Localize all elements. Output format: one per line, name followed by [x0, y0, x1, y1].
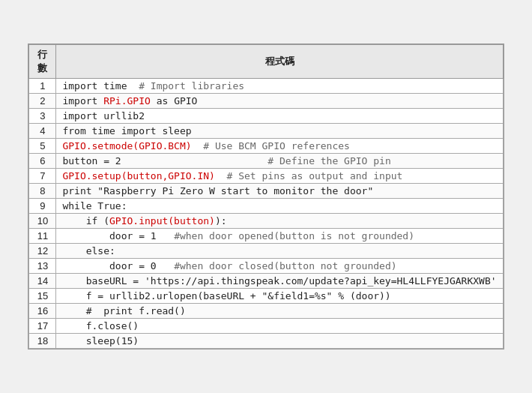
code-table-container: 行數 程式碼 1import time # Import libraries2i…: [28, 44, 504, 350]
code-segment: RPi.GPIO: [103, 95, 151, 106]
code-line: import urllib2: [56, 109, 503, 124]
line-number: 7: [29, 169, 56, 184]
table-row: 2import RPi.GPIO as GPIO: [29, 94, 503, 109]
code-segment: f.close(): [62, 320, 139, 332]
code-segment: # Define the GPIO pin: [267, 155, 390, 166]
line-number: 14: [29, 274, 56, 289]
line-number: 15: [29, 289, 56, 304]
code-segment: import: [62, 95, 103, 106]
code-segment: door = 1: [62, 230, 174, 242]
code-segment: print "Raspberry Pi Zero W start to moni…: [62, 185, 373, 196]
code-segment: # Import libraries: [139, 80, 244, 92]
table-row: 12 else:: [29, 244, 503, 259]
table-row: 14 baseURL = 'https://api.thingspeak.com…: [29, 274, 503, 289]
code-segment: # Use BCM GPIO references: [203, 140, 350, 152]
code-segment: [192, 140, 204, 152]
code-line: import RPi.GPIO as GPIO: [56, 94, 503, 109]
code-line: if (GPIO.input(button)):: [56, 214, 503, 229]
table-row: 11 door = 1 #when door opened(button is …: [29, 229, 503, 244]
col-header-code: 程式碼: [56, 45, 503, 79]
code-segment: f = urllib2.urlopen(baseURL + "&field1=%…: [62, 290, 390, 302]
line-number: 13: [29, 259, 56, 274]
line-number: 12: [29, 244, 56, 259]
line-number: 9: [29, 199, 56, 214]
code-segment: GPIO.input(button): [109, 215, 215, 226]
code-segment: sleep(15): [62, 335, 139, 346]
code-segment: #when door opened(button is not grounded…: [174, 230, 414, 242]
table-row: 15 f = urllib2.urlopen(baseURL + "&field…: [29, 289, 503, 304]
code-segment: as GPIO: [151, 95, 198, 106]
line-number: 4: [29, 124, 56, 139]
code-line: while True:: [56, 199, 503, 214]
code-segment: ):: [215, 215, 227, 226]
code-segment: else:: [62, 245, 115, 256]
table-row: 1import time # Import libraries: [29, 79, 503, 94]
table-row: 17 f.close(): [29, 319, 503, 334]
code-line: f = urllib2.urlopen(baseURL + "&field1=%…: [56, 289, 503, 304]
line-number: 18: [29, 334, 56, 349]
code-segment: from time import sleep: [62, 125, 191, 136]
code-line: from time import sleep: [56, 124, 503, 139]
code-segment: #when door closed(button not grounded): [174, 260, 396, 272]
table-row: 4from time import sleep: [29, 124, 503, 139]
code-line: baseURL = 'https://api.thingspeak.com/up…: [56, 274, 503, 289]
code-segment: baseURL = 'https://api.thingspeak.com/up…: [62, 275, 496, 286]
line-number: 6: [29, 154, 56, 169]
code-segment: door = 0: [62, 260, 174, 272]
table-row: 7GPIO.setup(button,GPIO.IN) # Set pins a…: [29, 169, 503, 184]
code-segment: GPIO.setup(button,GPIO.IN): [62, 170, 215, 182]
line-number: 1: [29, 79, 56, 94]
code-segment: GPIO.setmode(GPIO.BCM): [62, 140, 191, 152]
line-number: 5: [29, 139, 56, 154]
line-number: 2: [29, 94, 56, 109]
code-line: f.close(): [56, 319, 503, 334]
table-row: 9while True:: [29, 199, 503, 214]
code-segment: import time: [62, 80, 139, 92]
table-row: 5GPIO.setmode(GPIO.BCM) # Use BCM GPIO r…: [29, 139, 503, 154]
table-row: 13 door = 0 #when door closed(button not…: [29, 259, 503, 274]
line-number: 11: [29, 229, 56, 244]
line-number: 3: [29, 109, 56, 124]
line-number: 17: [29, 319, 56, 334]
code-line: door = 1 #when door opened(button is not…: [56, 229, 503, 244]
table-row: 16 # print f.read(): [29, 304, 503, 319]
code-line: print "Raspberry Pi Zero W start to moni…: [56, 184, 503, 199]
table-row: 18 sleep(15): [29, 334, 503, 349]
table-row: 8print "Raspberry Pi Zero W start to mon…: [29, 184, 503, 199]
code-segment: # Set pins as output and input: [227, 170, 403, 182]
code-segment: button = 2: [62, 155, 267, 166]
code-line: else:: [56, 244, 503, 259]
line-number: 10: [29, 214, 56, 229]
code-line: import time # Import libraries: [56, 79, 503, 94]
line-number: 8: [29, 184, 56, 199]
code-segment: import urllib2: [62, 110, 145, 122]
table-row: 6button = 2 # Define the GPIO pin: [29, 154, 503, 169]
code-line: sleep(15): [56, 334, 503, 349]
line-number: 16: [29, 304, 56, 319]
code-line: GPIO.setup(button,GPIO.IN) # Set pins as…: [56, 169, 503, 184]
code-segment: # print f.read(): [62, 305, 185, 316]
code-line: GPIO.setmode(GPIO.BCM) # Use BCM GPIO re…: [56, 139, 503, 154]
code-table: 行數 程式碼 1import time # Import libraries2i…: [28, 44, 503, 349]
code-segment: while True:: [62, 200, 127, 212]
col-header-line: 行數: [29, 45, 56, 79]
code-segment: [215, 170, 227, 182]
code-segment: if (: [62, 215, 109, 226]
table-row: 3import urllib2: [29, 109, 503, 124]
code-line: door = 0 #when door closed(button not gr…: [56, 259, 503, 274]
code-line: # print f.read(): [56, 304, 503, 319]
table-row: 10 if (GPIO.input(button)):: [29, 214, 503, 229]
code-line: button = 2 # Define the GPIO pin: [56, 154, 503, 169]
